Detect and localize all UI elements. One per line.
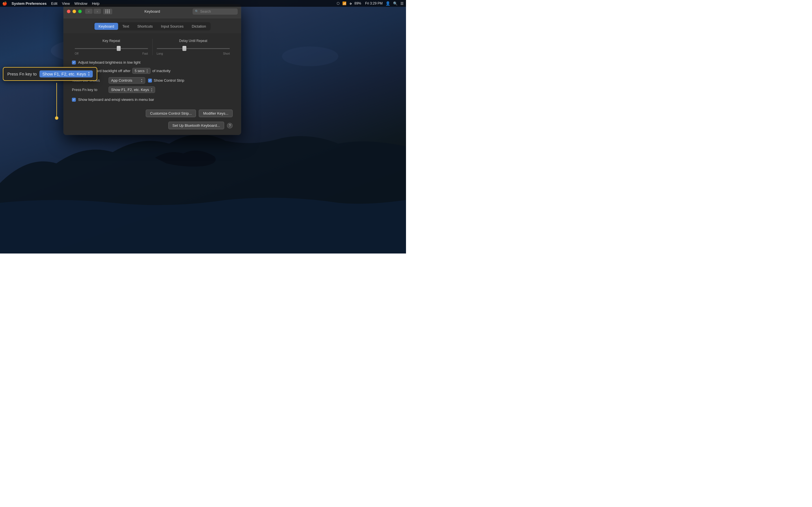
close-button[interactable] [67,10,70,13]
backlight-time-dropdown[interactable]: 5 secs ▲ ▼ [132,68,151,74]
viewers-option-row: ✓ Show keyboard and emoji viewers in men… [72,98,233,102]
key-repeat-label: Key Repeat [102,39,120,43]
menubar: 🍎 System Preferences Edit View Window He… [0,0,406,7]
viewers-label: Show keyboard and emoji viewers in menu … [78,98,154,102]
forward-button[interactable]: › [94,9,101,14]
menubar-search-icon[interactable]: 🔍 [393,1,398,6]
fn-key-row: Press Fn key to Show F1, F2, etc. Keys ▲… [72,87,233,93]
key-repeat-min: Off [75,52,79,55]
tab-keyboard[interactable]: Keyboard [94,23,118,30]
brightness-checkbox[interactable]: ✓ [72,61,76,64]
grid-view-button[interactable] [103,9,112,14]
svg-point-3 [282,47,338,66]
fn-label: Press Fn key to [72,88,109,92]
tab-dictation[interactable]: Dictation [188,23,210,30]
menubar-control-icon[interactable]: ☰ [400,1,404,6]
fn-dropdown[interactable]: Show F1, F2, etc. Keys ▲ ▼ [109,87,155,93]
callout-dropdown[interactable]: Show F1, F2, etc. Keys ▲ ▼ [40,70,93,77]
bottom-buttons: Customize Control Strip... Modifier Keys… [72,107,233,117]
delay-short: Short [223,52,230,55]
apple-logo[interactable]: 🍎 [2,1,7,6]
modifier-keys-button[interactable]: Modifier Keys... [199,110,233,117]
search-placeholder: Search [200,10,211,13]
minimize-button[interactable] [72,10,76,13]
maximize-button[interactable] [78,10,82,13]
backlight-suffix: of inactivity [152,69,170,73]
menubar-user-icon[interactable]: 👤 [386,1,390,6]
brightness-label: Adjust keyboard brightness in low light [78,60,140,64]
menubar-wifi-icon: 📶 [342,1,347,5]
footer-row: Set Up Bluetooth Keyboard... ? [72,122,233,129]
show-control-strip-checkbox[interactable]: ✓ [148,78,152,82]
tab-input-sources[interactable]: Input Sources [157,23,188,30]
menubar-dropbox-icon: ⬡ [337,1,340,5]
key-repeat-fast: Fast [142,52,148,55]
back-button[interactable]: ‹ [85,9,93,14]
window-title: Keyboard [144,9,160,13]
callout-box: Press Fn key to Show F1, F2, etc. Keys ▲… [3,67,97,81]
viewers-checkbox[interactable]: ✓ [72,98,76,102]
svg-point-5 [55,116,58,120]
search-icon: 🔍 [195,10,199,13]
search-box[interactable]: 🔍 Search [193,8,238,15]
show-control-strip-label: Show Control Strip [154,78,184,82]
tab-shortcuts[interactable]: Shortcuts [133,23,157,30]
callout-overlay: Press Fn key to Show F1, F2, etc. Keys ▲… [3,67,97,81]
tabs-bar: Keyboard Text Shortcuts Input Sources Di… [63,19,241,33]
tab-text[interactable]: Text [118,23,133,30]
menu-window[interactable]: Window [74,1,87,6]
window-content: Key Repeat Off Fast Delay Until Repeat [63,33,241,135]
app-name[interactable]: System Preferences [11,1,47,6]
customize-control-strip-button[interactable]: Customize Control Strip... [146,110,196,117]
menu-view[interactable]: View [62,1,70,6]
delay-long: Long [157,52,163,55]
bluetooth-keyboard-button[interactable]: Set Up Bluetooth Keyboard... [168,122,224,129]
brightness-option-row: ✓ Adjust keyboard brightness in low ligh… [72,60,233,64]
menubar-bluetooth-icon: ⬗ [349,2,352,5]
menu-help[interactable]: Help [92,1,100,6]
sliders-section: Key Repeat Off Fast Delay Until Repeat [72,39,233,55]
callout-label: Press Fn key to [7,71,37,76]
delay-repeat-label: Delay Until Repeat [179,39,207,43]
help-button[interactable]: ? [227,123,233,128]
menubar-time: Fri 3:29 PM [365,1,383,5]
menu-edit[interactable]: Edit [51,1,57,6]
menubar-battery: 89% [354,1,361,5]
touchbar-dropdown[interactable]: App Controls ▲ ▼ [109,77,145,83]
